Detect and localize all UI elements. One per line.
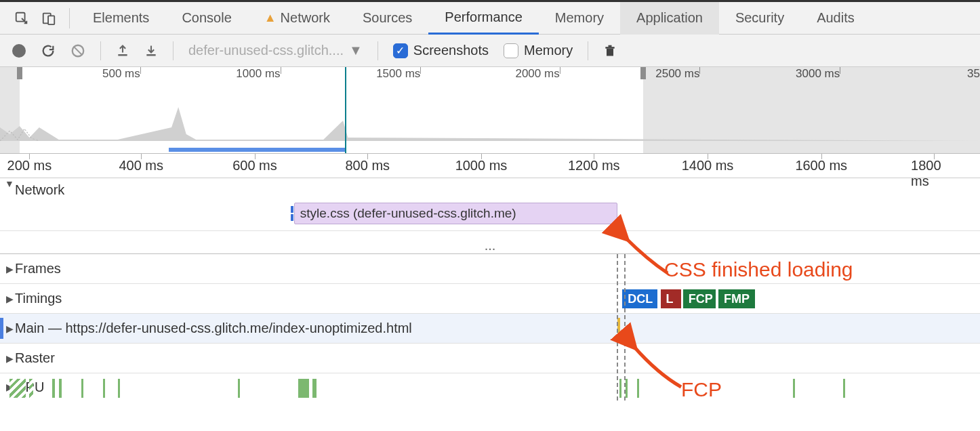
gpu-activity[interactable] xyxy=(52,379,55,398)
toolbar-separator xyxy=(100,41,101,60)
toolbar-separator xyxy=(588,41,588,60)
gpu-activity[interactable] xyxy=(118,379,120,398)
overview-tick xyxy=(140,67,141,74)
track-network-label: Network xyxy=(15,182,64,198)
recording-dropdown-label: defer-unused-css.glitch.... xyxy=(188,43,344,58)
gpu-activity[interactable] xyxy=(793,379,795,398)
ruler-tick-label: 800 ms xyxy=(345,158,390,173)
timing-badge-dcl[interactable]: DCL xyxy=(622,289,657,308)
svg-rect-5 xyxy=(146,54,155,56)
recording-dropdown[interactable]: defer-unused-css.glitch.... ▼ xyxy=(188,43,363,58)
tab-label: Console xyxy=(182,10,231,26)
track-timings[interactable]: ▶ Timings DCLLFCPFMP xyxy=(0,284,980,314)
memory-label: Memory xyxy=(524,43,573,58)
track-raster[interactable]: ▶ Raster xyxy=(0,344,980,373)
overview-tick xyxy=(560,67,560,74)
timing-badge-l[interactable]: L xyxy=(661,289,681,308)
track-timings-label: Timings xyxy=(15,291,62,306)
ruler-tick-label: 1400 ms xyxy=(682,158,734,173)
tab-sources[interactable]: Sources xyxy=(346,2,428,35)
timing-badge-fcp[interactable]: FCP xyxy=(683,289,716,308)
gpu-activity[interactable] xyxy=(312,379,317,398)
track-gpu[interactable]: ▶ GPU xyxy=(0,373,980,401)
gpu-activity[interactable] xyxy=(103,379,105,398)
disclosure-triangle-icon[interactable]: ▼ xyxy=(0,178,15,189)
track-main[interactable]: ▶ Main — https://defer-unused-css.glitch… xyxy=(0,314,980,344)
save-profile-button[interactable] xyxy=(144,44,158,58)
record-button[interactable] xyxy=(12,44,26,58)
tab-label: Security xyxy=(735,10,784,26)
overview-tick-label: 1000 ms xyxy=(236,67,280,81)
screenshots-checkbox[interactable]: ✓ Screenshots xyxy=(393,43,489,58)
ruler-tick-label: 1200 ms xyxy=(568,158,620,173)
tab-security[interactable]: Security xyxy=(719,2,800,35)
memory-checkbox[interactable]: Memory xyxy=(504,43,573,58)
tab-audits[interactable]: Audits xyxy=(800,2,871,35)
annotation-arrow xyxy=(627,340,688,398)
track-resize-handle[interactable]: ... xyxy=(0,231,980,254)
overview-cursor[interactable] xyxy=(345,67,346,153)
gpu-activity[interactable] xyxy=(81,379,83,398)
tab-label: Elements xyxy=(93,10,149,26)
overview-handle-left[interactable] xyxy=(17,67,22,79)
gpu-activity[interactable] xyxy=(238,379,240,398)
checkbox-checked-icon: ✓ xyxy=(393,43,408,58)
gpu-activity[interactable] xyxy=(843,379,845,398)
chevron-down-icon: ▼ xyxy=(349,43,363,58)
tab-performance[interactable]: Performance xyxy=(428,2,539,35)
disclosure-triangle-icon[interactable]: ▶ xyxy=(0,293,15,304)
tab-label: Application xyxy=(636,10,703,26)
load-profile-button[interactable] xyxy=(116,44,129,58)
ruler-tick-label: 1600 ms xyxy=(795,158,847,173)
ruler-tick-label: 400 ms xyxy=(119,158,163,173)
svg-rect-4 xyxy=(118,54,127,56)
overview-network-bar xyxy=(169,148,345,152)
overview-tick xyxy=(420,67,421,74)
svg-rect-7 xyxy=(606,47,615,49)
network-request-bar[interactable]: style.css (defer-unused-css.glitch.me) xyxy=(294,203,617,224)
toolbar-separator xyxy=(377,41,378,60)
checkbox-unchecked-icon xyxy=(504,43,518,58)
tab-label: Performance xyxy=(445,9,523,25)
tab-application[interactable]: Application xyxy=(620,2,719,35)
gpu-activity[interactable] xyxy=(29,379,33,398)
delete-button[interactable] xyxy=(603,43,617,58)
timing-badge-fmp[interactable]: FMP xyxy=(718,289,755,308)
tab-memory[interactable]: Memory xyxy=(539,2,620,35)
ruler-tick-label: 1000 ms xyxy=(455,158,508,173)
tab-network[interactable]: ▲Network xyxy=(248,2,346,35)
ruler-tick-label: 600 ms xyxy=(232,158,277,173)
gpu-activity[interactable] xyxy=(298,379,309,398)
tab-label: Memory xyxy=(555,10,604,26)
svg-rect-8 xyxy=(609,45,612,47)
inspect-icon[interactable] xyxy=(8,5,35,32)
detail-ruler[interactable]: 200 ms400 ms600 ms800 ms1000 ms1200 ms14… xyxy=(0,154,980,178)
warning-icon: ▲ xyxy=(264,11,277,25)
gpu-activity[interactable] xyxy=(619,379,621,398)
tab-label: Audits xyxy=(817,10,855,26)
tab-separator xyxy=(69,8,70,28)
tab-console[interactable]: Console xyxy=(165,2,247,35)
track-network[interactable]: ▼ Network style.css (defer-unused-css.gl… xyxy=(0,178,980,231)
screenshots-label: Screenshots xyxy=(413,43,489,58)
track-raster-label: Raster xyxy=(15,350,55,366)
svg-rect-6 xyxy=(607,48,613,56)
timeline-overview[interactable]: 500 ms1000 ms1500 ms2000 ms2500 ms3000 m… xyxy=(0,67,980,154)
overview-handle-right[interactable] xyxy=(640,67,646,79)
device-toggle-icon[interactable] xyxy=(35,5,62,32)
ruler-tick-label: 200 ms xyxy=(7,158,52,173)
disclosure-triangle-icon[interactable]: ▶ xyxy=(0,353,15,364)
reload-button[interactable] xyxy=(41,43,56,58)
overview-cpu-graph xyxy=(0,100,980,141)
overview-tick xyxy=(281,67,281,74)
track-main-label: Main — https://defer-unused-css.glitch.m… xyxy=(15,321,412,336)
main-thread-activity[interactable] xyxy=(617,318,620,339)
gpu-activity[interactable] xyxy=(9,379,26,398)
devtools-tab-bar: ElementsConsole▲NetworkSourcesPerformanc… xyxy=(0,2,980,35)
clear-button[interactable] xyxy=(70,43,85,58)
network-request-label: style.css (defer-unused-css.glitch.me) xyxy=(300,206,516,221)
disclosure-triangle-icon[interactable]: ▶ xyxy=(0,264,15,274)
tab-elements[interactable]: Elements xyxy=(77,2,165,35)
ellipsis-icon: ... xyxy=(485,238,496,253)
gpu-activity[interactable] xyxy=(59,379,62,398)
